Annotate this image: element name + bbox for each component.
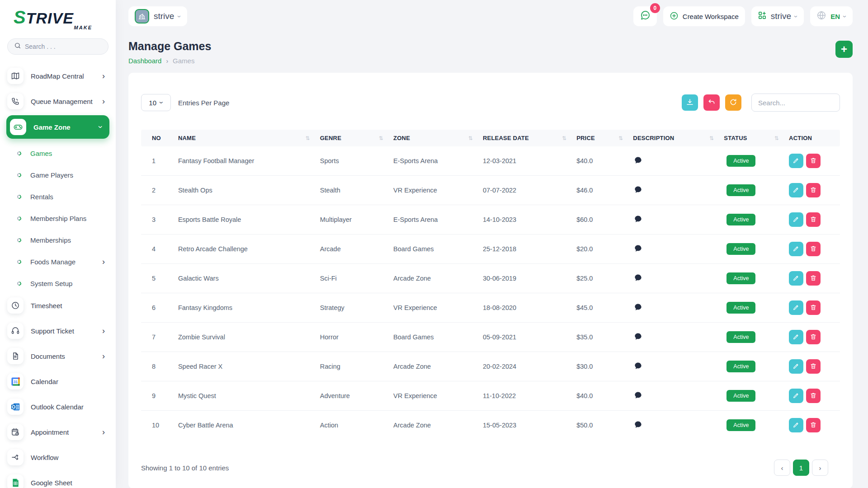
- status-badge[interactable]: Active: [726, 272, 755, 284]
- cell-action: [789, 323, 840, 352]
- edit-button[interactable]: [789, 389, 803, 403]
- comment-icon[interactable]: [634, 420, 642, 429]
- edit-button[interactable]: [789, 271, 803, 286]
- sidebar-item-label: Documents: [31, 352, 65, 360]
- delete-button[interactable]: [806, 183, 821, 197]
- sidebar-nav: RoadMap Central›Queue Management›Game Zo…: [0, 63, 116, 488]
- sidebar-item-system-setup[interactable]: System Setup: [0, 272, 116, 294]
- sidebar-item-support-ticket[interactable]: Support Ticket›: [0, 319, 116, 342]
- sidebar-item-google-sheet[interactable]: Google Sheet: [0, 471, 116, 488]
- edit-button[interactable]: [789, 212, 803, 227]
- undo-button[interactable]: [703, 94, 720, 111]
- table-row: 9Mystic QuestAdventureVR Experience11-10…: [141, 381, 840, 411]
- download-button[interactable]: [682, 94, 698, 111]
- delete-button[interactable]: [806, 271, 821, 286]
- edit-button[interactable]: [789, 359, 803, 374]
- sidebar-item-outlook-calendar[interactable]: Outlook Calendar: [0, 395, 116, 418]
- delete-button[interactable]: [806, 212, 821, 227]
- comment-icon[interactable]: [634, 156, 642, 164]
- breadcrumb-dashboard[interactable]: Dashboard: [128, 57, 161, 65]
- column-header-status[interactable]: STATUS⇅: [724, 130, 789, 146]
- cell-description: [633, 381, 724, 411]
- entries-per-page-select[interactable]: 10 ›: [141, 94, 171, 111]
- status-badge[interactable]: Active: [726, 390, 755, 402]
- status-badge[interactable]: Active: [726, 361, 755, 372]
- edit-button[interactable]: [789, 242, 803, 256]
- trash-icon: [810, 362, 817, 371]
- status-badge[interactable]: Active: [726, 243, 755, 255]
- sidebar-item-calendar[interactable]: 31Calendar: [0, 370, 116, 393]
- column-header-genre[interactable]: GENRE⇅: [320, 130, 393, 146]
- delete-button[interactable]: [806, 154, 821, 168]
- edit-button[interactable]: [789, 418, 803, 432]
- cell-name: Fantasy Football Manager: [178, 146, 320, 176]
- sidebar-item-memberships[interactable]: Memberships: [0, 229, 116, 251]
- sidebar-item-games[interactable]: Games: [0, 142, 116, 164]
- sidebar-item-label: Timesheet: [31, 302, 62, 310]
- edit-button[interactable]: [789, 300, 803, 315]
- comment-icon[interactable]: [634, 332, 642, 341]
- sidebar-item-game-zone[interactable]: Game Zone›: [6, 115, 109, 139]
- chevron-right-icon: ›: [102, 428, 105, 436]
- sidebar-item-timesheet[interactable]: Timesheet: [0, 294, 116, 317]
- pagination-next[interactable]: ›: [812, 460, 828, 476]
- pagination-page-1[interactable]: 1: [793, 460, 809, 476]
- cell-genre: Adventure: [320, 381, 393, 411]
- status-badge[interactable]: Active: [726, 184, 755, 196]
- status-badge[interactable]: Active: [726, 214, 755, 225]
- create-workspace-button[interactable]: Create Workspace: [663, 6, 745, 26]
- delete-button[interactable]: [806, 359, 821, 374]
- edit-button[interactable]: [789, 183, 803, 197]
- column-header-description[interactable]: DESCRIPTION⇅: [633, 130, 724, 146]
- comment-icon[interactable]: [634, 361, 642, 370]
- sidebar-item-queue-management[interactable]: Queue Management›: [0, 90, 116, 113]
- cell-description: [633, 235, 724, 264]
- language-selector[interactable]: EN ›: [810, 6, 853, 26]
- sidebar-search[interactable]: [7, 38, 108, 55]
- sidebar-item-documents[interactable]: Documents›: [0, 345, 116, 367]
- sidebar-item-rentals[interactable]: Rentals: [0, 186, 116, 207]
- refresh-button[interactable]: [725, 94, 741, 111]
- column-header-release-date[interactable]: RELEASE DATE⇅: [483, 130, 576, 146]
- comment-icon[interactable]: [634, 273, 642, 282]
- status-badge[interactable]: Active: [726, 155, 755, 167]
- comment-icon[interactable]: [634, 303, 642, 311]
- delete-button[interactable]: [806, 418, 821, 432]
- delete-button[interactable]: [806, 330, 821, 344]
- trash-icon: [810, 216, 817, 224]
- comment-icon[interactable]: [634, 215, 642, 223]
- games-card: 10 › Entries Per Page: [128, 73, 853, 488]
- cell-description: [633, 264, 724, 293]
- delete-button[interactable]: [806, 389, 821, 403]
- status-badge[interactable]: Active: [726, 419, 755, 431]
- sidebar-item-membership-plans[interactable]: Membership Plans: [0, 207, 116, 229]
- table-search-input[interactable]: [752, 94, 840, 111]
- sidebar-item-appointment[interactable]: Appointment›: [0, 421, 116, 443]
- pagination-prev[interactable]: ‹: [774, 460, 790, 476]
- sidebar-item-roadmap-central[interactable]: RoadMap Central›: [0, 65, 116, 87]
- sort-icon: ⇅: [468, 135, 473, 141]
- edit-button[interactable]: [789, 154, 803, 168]
- sidebar-item-foods-manage[interactable]: Foods Manage›: [0, 251, 116, 272]
- workspace-selector[interactable]: strive ›: [128, 6, 187, 26]
- column-header-price[interactable]: PRICE⇅: [576, 130, 633, 146]
- delete-button[interactable]: [806, 242, 821, 256]
- comment-icon[interactable]: [634, 244, 642, 253]
- dot-icon: [16, 281, 22, 286]
- column-header-zone[interactable]: ZONE⇅: [393, 130, 483, 146]
- chevron-down-icon: ›: [97, 126, 105, 128]
- status-badge[interactable]: Active: [726, 302, 755, 314]
- edit-button[interactable]: [789, 330, 803, 344]
- comment-icon[interactable]: [634, 391, 642, 399]
- column-header-name[interactable]: NAME⇅: [178, 130, 320, 146]
- table-toolbar: 10 › Entries Per Page: [141, 94, 840, 112]
- org-selector[interactable]: strive ›: [751, 6, 804, 26]
- comment-icon[interactable]: [634, 185, 642, 194]
- sidebar-search-input[interactable]: [25, 43, 102, 50]
- chat-button[interactable]: 0: [633, 6, 657, 26]
- add-game-button[interactable]: +: [835, 41, 853, 58]
- delete-button[interactable]: [806, 300, 821, 315]
- sidebar-item-game-players[interactable]: Game Players: [0, 164, 116, 186]
- status-badge[interactable]: Active: [726, 331, 755, 343]
- sidebar-item-workflow[interactable]: Workflow: [0, 446, 116, 469]
